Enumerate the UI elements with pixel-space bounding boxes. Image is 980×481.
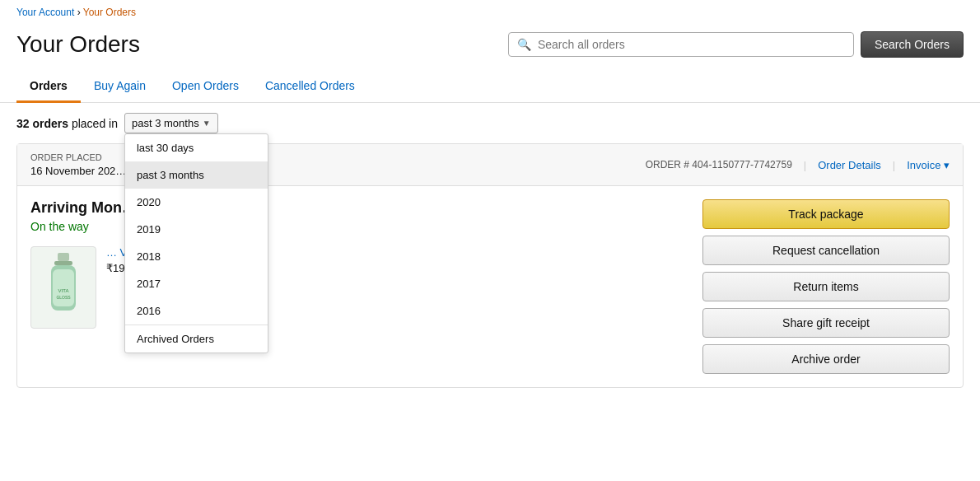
order-placed-col: ORDER PLACED 16 November 202…: [30, 152, 126, 177]
order-number-value: 404-1150777-7742759: [692, 159, 791, 170]
order-placed-label: ORDER PLACED: [30, 152, 126, 162]
svg-text:GLOSS: GLOSS: [56, 295, 71, 300]
dropdown-item-archived[interactable]: Archived Orders: [125, 325, 268, 353]
tab-open-orders[interactable]: Open Orders: [159, 71, 252, 103]
orders-count: 32 orders placed in: [16, 117, 118, 130]
svg-text:VITA: VITA: [58, 288, 69, 293]
order-details-link[interactable]: Order Details: [818, 159, 881, 171]
archive-order-button[interactable]: Archive order: [702, 344, 950, 374]
breadcrumb-current: Your Orders: [83, 7, 136, 18]
order-placed-date: 16 November 202…: [30, 165, 126, 177]
dropdown-item-2016[interactable]: 2016: [125, 297, 268, 325]
dropdown-item-2017[interactable]: 2017: [125, 270, 268, 297]
period-dropdown-menu: last 30 days past 3 months 2020 2019 201…: [124, 133, 268, 353]
invoice-button[interactable]: Invoice ▾: [907, 159, 950, 171]
page-title: Your Orders: [16, 31, 140, 58]
tab-orders[interactable]: Orders: [16, 71, 81, 103]
return-items-button[interactable]: Return items: [702, 272, 950, 301]
orders-meta: 32 orders placed in past 3 months ▼ last…: [0, 103, 980, 143]
dropdown-item-last30[interactable]: last 30 days: [125, 134, 268, 161]
tab-cancelled-orders[interactable]: Cancelled Orders: [252, 71, 368, 103]
period-dropdown-toggle[interactable]: past 3 months ▼: [124, 113, 218, 133]
breadcrumb-account-link[interactable]: Your Account: [16, 7, 74, 18]
chevron-down-icon: ▼: [203, 119, 211, 128]
separator-pipe: |: [804, 159, 806, 171]
search-area: 🔍 Search Orders: [508, 31, 964, 58]
dropdown-item-2019[interactable]: 2019: [125, 216, 268, 243]
order-header-left: ORDER PLACED 16 November 202…: [30, 152, 126, 177]
share-gift-receipt-button[interactable]: Share gift receipt: [702, 308, 950, 338]
search-input[interactable]: [538, 38, 845, 51]
dropdown-item-past3months[interactable]: past 3 months: [125, 161, 268, 189]
dropdown-item-2018[interactable]: 2018: [125, 243, 268, 270]
tabs-bar: Orders Buy Again Open Orders Cancelled O…: [0, 71, 980, 103]
request-cancellation-button[interactable]: Request cancellation: [702, 236, 950, 265]
period-dropdown-wrapper: past 3 months ▼ last 30 days past 3 mont…: [124, 113, 218, 133]
search-input-wrap: 🔍: [508, 32, 854, 57]
svg-rect-1: [54, 261, 72, 265]
order-header-right: ORDER # 404-1150777-7742759 | Order Deta…: [646, 159, 950, 171]
dropdown-item-2020[interactable]: 2020: [125, 189, 268, 216]
separator-pipe-2: |: [893, 159, 895, 171]
breadcrumb: Your Account › Your Orders: [0, 0, 980, 25]
chevron-down-icon-invoice: ▾: [944, 159, 950, 171]
tab-buy-again[interactable]: Buy Again: [81, 71, 159, 103]
search-orders-button[interactable]: Search Orders: [861, 31, 964, 58]
page-header: Your Orders 🔍 Search Orders: [0, 25, 980, 71]
product-image: VITA GLOSS: [30, 246, 96, 329]
search-icon: 🔍: [517, 38, 531, 51]
svg-rect-0: [58, 253, 69, 261]
selected-period-label: past 3 months: [132, 117, 199, 129]
breadcrumb-sep: ›: [77, 7, 81, 18]
order-number-label: ORDER # 404-1150777-7742759: [646, 159, 792, 170]
track-package-button[interactable]: Track package: [702, 199, 950, 229]
order-actions: Track package Request cancellation Retur…: [702, 199, 950, 374]
